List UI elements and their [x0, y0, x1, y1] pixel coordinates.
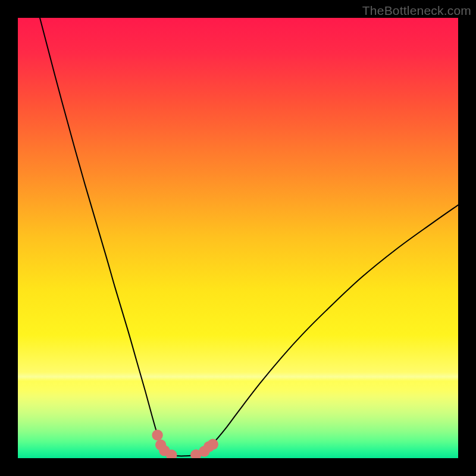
chart-frame: TheBottleneck.com [0, 0, 476, 476]
curve-layer [18, 18, 458, 458]
watermark-text: TheBottleneck.com [362, 4, 471, 18]
bottleneck-curve [40, 18, 458, 456]
marker-dot [152, 430, 162, 440]
marker-dots [152, 430, 218, 458]
marker-dot [208, 439, 218, 449]
plot-area [18, 18, 458, 458]
